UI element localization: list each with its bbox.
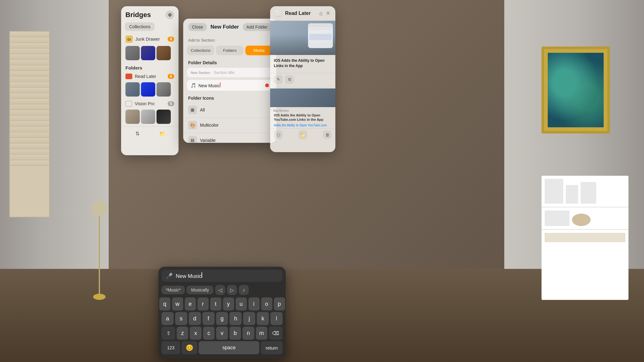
modal-add-button[interactable]: Add Folder	[243, 23, 271, 31]
vision-pro-badge: 5	[168, 101, 174, 106]
suggestion-back-icon[interactable]: ◁	[215, 285, 225, 295]
key-e[interactable]: e	[185, 297, 196, 310]
new-section-field[interactable]: New Section: Section title	[187, 68, 273, 77]
keyboard-input-text: New Music	[176, 272, 278, 279]
folder-icons-title: Folder Icons	[183, 94, 276, 102]
key-p[interactable]: p	[274, 297, 285, 310]
shift-key[interactable]: ⇧	[161, 327, 175, 340]
key-s[interactable]: s	[175, 312, 187, 325]
numbers-key[interactable]: 123	[161, 341, 180, 354]
key-o[interactable]: o	[261, 297, 272, 310]
multicolor-label: Multicolor	[200, 123, 270, 128]
keyboard-panel: 🎤 New Music *Music* Musically ◁ ▷ ♪ q w …	[158, 267, 286, 359]
key-x[interactable]: x	[190, 327, 201, 340]
key-r[interactable]: r	[197, 297, 209, 310]
key-d[interactable]: d	[189, 312, 201, 325]
key-h[interactable]: h	[229, 312, 242, 325]
folder-thumb-3	[156, 82, 171, 97]
key-w[interactable]: w	[172, 297, 183, 310]
vision-thumb-2	[141, 110, 155, 124]
key-f[interactable]: f	[202, 312, 215, 325]
modal-close-button[interactable]: Close	[188, 23, 207, 31]
backspace-key[interactable]: ⌫	[269, 327, 283, 340]
junk-drawer-badge: 9	[168, 37, 174, 42]
read-later-folder-row[interactable]: Read Later 6	[121, 72, 179, 81]
new-folder-modal: Close New Folder Add Folder Add to Secti…	[183, 19, 276, 143]
icon-category-variable[interactable]: ⊟ Variable ›	[183, 133, 276, 143]
copy-icon-button[interactable]: ⧉	[285, 75, 294, 84]
key-b[interactable]: b	[229, 327, 241, 340]
article-link[interactable]: Adds the Ability to Open YouTube.com	[270, 124, 335, 128]
keyboard-input-bar[interactable]: 🎤 New Music	[161, 270, 283, 282]
add-folder-icon[interactable]: 📁	[158, 129, 167, 138]
keyboard-cursor	[202, 272, 202, 278]
modal-title: New Folder	[211, 24, 239, 30]
suggestion-music-icon[interactable]: ♪	[239, 285, 249, 295]
modal-header: Close New Folder Add Folder	[183, 19, 276, 35]
article-actions-1: ✎ ⧉	[270, 73, 335, 86]
key-z[interactable]: z	[177, 327, 188, 340]
key-u[interactable]: u	[236, 297, 247, 310]
key-a[interactable]: a	[161, 312, 174, 325]
tab-icon: ⬜	[275, 10, 282, 17]
new-section-label: New Section: Section title	[191, 70, 269, 75]
article-image-1	[270, 21, 335, 55]
suggestion-music[interactable]: *Music*	[161, 286, 185, 294]
key-n[interactable]: n	[243, 327, 254, 340]
panel-close-button[interactable]: ✕	[326, 10, 330, 17]
vision-pro-folder-row[interactable]: Vision Pro 5	[121, 99, 179, 108]
edit-icon-button[interactable]: ✎	[274, 75, 283, 84]
key-v[interactable]: v	[216, 327, 228, 340]
tab-folders[interactable]: Folders	[216, 46, 243, 55]
all-icon: ⊞	[188, 106, 197, 114]
thumb-3	[156, 46, 171, 60]
folder-thumb-2	[141, 82, 155, 97]
emoji-key[interactable]: 😊	[182, 341, 197, 354]
collections-button[interactable]: Collections	[125, 22, 155, 31]
icon-category-multicolor[interactable]: 🎨 Multicolor ›	[183, 118, 276, 133]
junk-drawer-thumbnails	[121, 45, 179, 63]
bridges-toolbar: ⇅ 📁	[121, 126, 179, 140]
key-k[interactable]: k	[257, 312, 269, 325]
key-g[interactable]: g	[216, 312, 228, 325]
read-later-thumbnails	[121, 81, 179, 99]
suggestion-musically[interactable]: Musically	[187, 286, 213, 294]
gear-icon: ⚙	[168, 12, 172, 17]
key-c[interactable]: c	[203, 327, 215, 340]
icon-category-all[interactable]: ⊞ All ›	[183, 102, 276, 118]
key-y[interactable]: y	[223, 297, 234, 310]
microphone-icon[interactable]: 🎤	[166, 273, 173, 279]
tab-media[interactable]: Media	[245, 46, 273, 55]
key-row-1: q w e r t y u i o p	[161, 297, 283, 310]
return-key[interactable]: return	[261, 341, 283, 354]
all-label: All	[200, 107, 270, 112]
tab-collections[interactable]: Collections	[187, 46, 214, 55]
bridges-header: Bridges ⚙	[121, 6, 179, 22]
text-cursor	[220, 82, 220, 87]
article-panel-header: ⬜ Read Later ⌂ ✕	[270, 6, 335, 21]
thumb-2	[141, 46, 155, 60]
delete-icon-button[interactable]: 🗑	[323, 130, 332, 139]
key-l[interactable]: l	[270, 312, 283, 325]
key-m[interactable]: m	[256, 327, 267, 340]
clear-button[interactable]	[265, 84, 269, 87]
home-icon[interactable]: ⌂	[319, 10, 323, 17]
key-t[interactable]: t	[210, 297, 221, 310]
article-actions-2: ⬡ 📁 🗑	[270, 128, 335, 141]
folder-name-field[interactable]: 🎵 New Music	[187, 80, 273, 91]
bridges-panel: Bridges ⚙ Collections 🗂 Junk Drawer 9 Fo…	[121, 6, 179, 155]
gear-button[interactable]: ⚙	[166, 11, 174, 19]
share-icon-button[interactable]: ⬡	[274, 130, 283, 139]
key-q[interactable]: q	[159, 297, 170, 310]
folder-icon-button[interactable]: 📁	[298, 130, 307, 139]
vision-thumb-3	[156, 110, 171, 124]
space-key[interactable]: space	[199, 341, 259, 354]
window-blinds	[9, 31, 50, 217]
key-i[interactable]: i	[248, 297, 260, 310]
junk-drawer-row[interactable]: 🗂 Junk Drawer 9	[121, 34, 179, 45]
key-row-3: ⇧ z x c v b n m ⌫	[161, 327, 283, 340]
key-j[interactable]: j	[243, 312, 255, 325]
suggestion-forward-icon[interactable]: ▷	[227, 285, 237, 295]
sort-icon[interactable]: ⇅	[133, 129, 142, 138]
read-later-folder-icon	[125, 74, 132, 79]
